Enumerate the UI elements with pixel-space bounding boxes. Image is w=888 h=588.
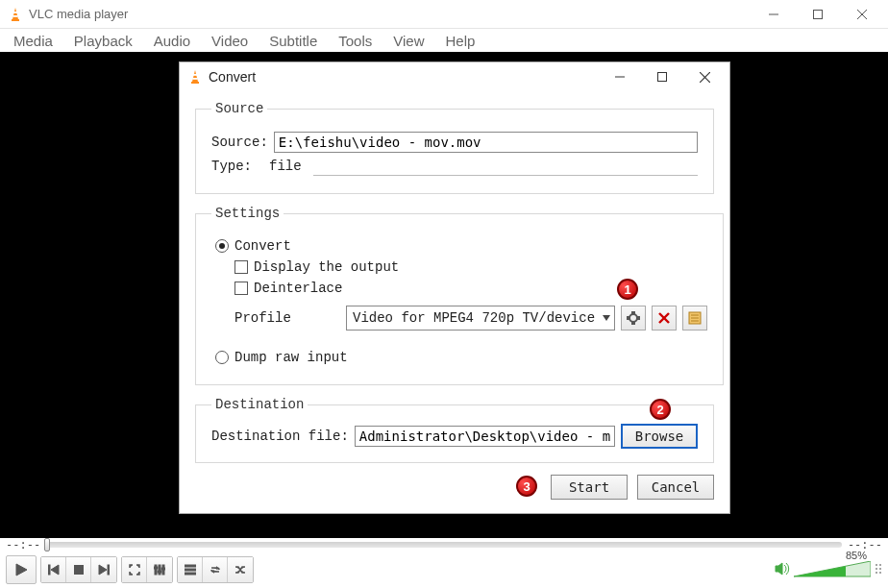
profile-select[interactable]: Video for MPEG4 720p TV/device: [346, 306, 615, 331]
type-value: file: [269, 159, 302, 174]
svg-rect-2: [13, 12, 17, 13]
chevron-down-icon: [603, 315, 610, 321]
source-legend: Source: [211, 101, 267, 116]
shuffle-button[interactable]: [228, 557, 253, 582]
dialog-title-text: Convert: [209, 69, 256, 85]
menubar: Media Playback Audio Video Subtitle Tool…: [0, 29, 888, 52]
type-label: Type:: [211, 159, 263, 174]
dest-file-label: Destination file:: [211, 429, 349, 444]
svg-rect-41: [631, 311, 635, 314]
control-bar: 85%: [0, 551, 888, 588]
dump-raw-radio[interactable]: [215, 351, 229, 364]
svg-rect-18: [158, 571, 161, 573]
menu-view[interactable]: View: [383, 31, 433, 51]
main-maximize-button[interactable]: [796, 0, 840, 29]
svg-rect-37: [658, 73, 667, 82]
display-output-checkbox[interactable]: [234, 260, 248, 274]
svg-rect-1: [12, 19, 19, 21]
stop-button[interactable]: [66, 557, 91, 582]
vlc-cone-icon: [8, 7, 23, 22]
svg-point-31: [879, 572, 881, 574]
menu-subtitle[interactable]: Subtitle: [259, 31, 327, 51]
start-button[interactable]: Start: [551, 475, 628, 500]
svg-rect-43: [627, 316, 629, 320]
annotation-3: 3: [516, 476, 537, 497]
svg-rect-3: [12, 15, 17, 17]
delete-profile-button[interactable]: [652, 306, 677, 331]
svg-marker-0: [12, 8, 18, 19]
seek-thumb[interactable]: [44, 538, 50, 551]
svg-marker-8: [16, 564, 27, 576]
display-output-label: Display the output: [254, 259, 399, 275]
menu-audio[interactable]: Audio: [144, 31, 200, 51]
main-minimize-button[interactable]: [752, 0, 796, 29]
svg-rect-13: [108, 565, 110, 575]
fullscreen-button[interactable]: [122, 557, 147, 582]
prev-button[interactable]: [41, 557, 66, 582]
dest-file-input[interactable]: [355, 426, 615, 447]
svg-point-28: [876, 568, 877, 570]
convert-radio[interactable]: [215, 239, 229, 253]
vol-grip-icon[interactable]: [875, 563, 882, 577]
edit-profile-button[interactable]: [621, 306, 646, 331]
seek-bar: --:-- --:--: [0, 538, 888, 551]
dialog-titlebar: Convert: [180, 62, 729, 91]
destination-legend: Destination: [211, 397, 308, 412]
convert-radio-label: Convert: [234, 238, 291, 254]
seek-track[interactable]: [46, 542, 842, 548]
new-profile-button[interactable]: [682, 306, 707, 331]
deinterlace-row[interactable]: Deinterlace: [234, 281, 707, 296]
cancel-button[interactable]: Cancel: [637, 475, 714, 500]
menu-tools[interactable]: Tools: [329, 31, 382, 51]
menu-help[interactable]: Help: [436, 31, 485, 51]
svg-rect-9: [48, 565, 50, 575]
speaker-icon[interactable]: [775, 562, 790, 578]
annotation-2: 2: [650, 399, 671, 420]
svg-rect-5: [814, 10, 823, 18]
dump-raw-label: Dump raw input: [234, 350, 348, 365]
source-input[interactable]: [274, 132, 698, 153]
profile-label: Profile: [234, 310, 340, 326]
next-button[interactable]: [91, 557, 116, 582]
settings-fieldset: Settings Convert Display the output Dein…: [195, 206, 724, 385]
main-titlebar: VLC media player: [0, 0, 888, 29]
svg-point-30: [876, 572, 877, 574]
ext-settings-button[interactable]: [147, 557, 172, 582]
main-close-button[interactable]: [840, 0, 884, 29]
deinterlace-label: Deinterlace: [254, 281, 342, 296]
svg-rect-33: [191, 82, 199, 84]
type-underline: [313, 157, 698, 176]
svg-point-27: [879, 564, 881, 566]
menu-playback[interactable]: Playback: [64, 31, 142, 51]
browse-button[interactable]: Browse: [621, 424, 698, 449]
svg-rect-11: [74, 565, 84, 575]
svg-rect-22: [185, 573, 196, 575]
volume-text: 85%: [846, 550, 867, 561]
seek-time-current: --:--: [6, 538, 40, 551]
settings-legend: Settings: [211, 206, 284, 221]
play-button[interactable]: [6, 555, 37, 584]
deinterlace-checkbox[interactable]: [234, 282, 248, 295]
source-fieldset: Source Source: Type: file: [195, 101, 714, 194]
svg-marker-32: [192, 70, 198, 82]
dialog-maximize-button[interactable]: [641, 63, 683, 90]
main-title-text: VLC media player: [29, 7, 128, 21]
menu-media[interactable]: Media: [4, 31, 62, 51]
svg-rect-17: [154, 567, 158, 569]
display-output-row[interactable]: Display the output: [234, 259, 707, 275]
svg-marker-10: [51, 565, 59, 575]
dialog-minimize-button[interactable]: [599, 63, 641, 90]
loop-button[interactable]: [203, 557, 228, 582]
destination-fieldset: Destination Destination file: Browse 2: [195, 397, 714, 463]
playlist-button[interactable]: [178, 557, 203, 582]
convert-radio-row[interactable]: Convert: [215, 238, 707, 254]
svg-marker-23: [776, 563, 782, 575]
volume-meter[interactable]: 85%: [794, 561, 871, 578]
dump-raw-radio-row[interactable]: Dump raw input: [215, 350, 707, 365]
svg-point-40: [629, 314, 637, 322]
dialog-close-button[interactable]: [683, 63, 726, 90]
menu-video[interactable]: Video: [202, 31, 258, 51]
convert-dialog: Convert Source Source: Type: file: [179, 61, 730, 514]
svg-rect-20: [185, 565, 196, 567]
svg-rect-19: [161, 568, 165, 570]
